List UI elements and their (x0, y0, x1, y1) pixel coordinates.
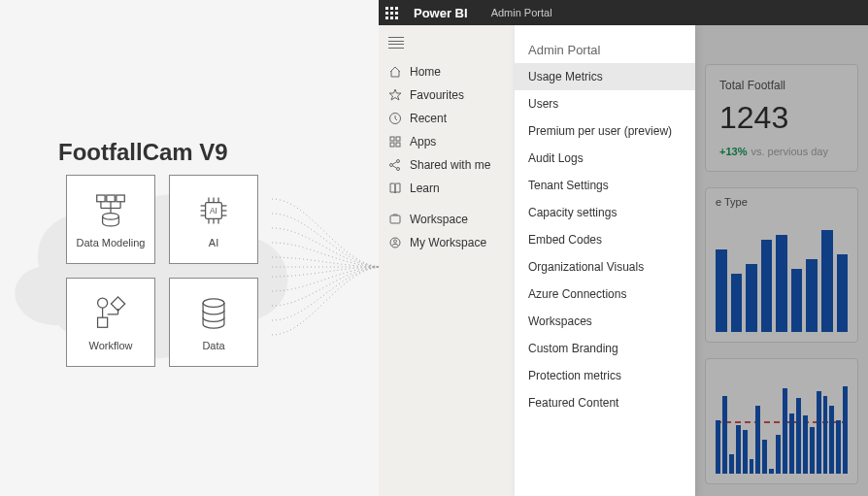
bar (762, 440, 767, 474)
bar (761, 240, 773, 332)
data-modeling-icon (90, 190, 131, 231)
bar (776, 235, 787, 332)
svg-text:AI: AI (210, 206, 217, 215)
svg-point-37 (397, 168, 400, 171)
product-title: FootfallCam V9 (58, 139, 228, 166)
card-value: 1243 (719, 100, 844, 136)
workflow-icon (90, 293, 131, 334)
sidebar-item-my-workspace[interactable]: My Workspace (379, 231, 515, 254)
admin-item[interactable]: Azure Connections (515, 281, 695, 308)
admin-item[interactable]: Embed Codes (515, 226, 695, 253)
svg-point-40 (394, 240, 397, 243)
bar (750, 459, 754, 474)
admin-item[interactable]: Premium per user (preview) (515, 117, 695, 145)
bar (776, 435, 781, 474)
percent-change: +13% (719, 146, 747, 157)
bar (829, 406, 834, 474)
bar (810, 427, 815, 474)
admin-item[interactable]: Usage Metrics (515, 63, 695, 90)
bar (746, 264, 757, 332)
sidebar-item-recent[interactable]: Recent (379, 107, 515, 130)
sidebar-item-favourites[interactable]: Favourites (379, 83, 515, 107)
clock-icon (388, 112, 402, 125)
bar (736, 425, 741, 474)
admin-item[interactable]: Custom Branding (515, 335, 695, 362)
tile-label: Data Modeling (77, 237, 146, 248)
sidebar: Home Favourites Recent Apps Shared with … (379, 25, 515, 496)
apps-icon (388, 135, 402, 149)
bar (769, 469, 774, 474)
bar (836, 420, 841, 474)
admin-item[interactable]: Protection metrics (515, 362, 695, 389)
brand-label: Power BI (414, 6, 468, 20)
bar (743, 430, 748, 474)
admin-item[interactable]: Capacity settings (515, 199, 695, 226)
svg-rect-32 (396, 137, 400, 141)
database-icon (193, 293, 234, 334)
svg-rect-0 (97, 195, 105, 202)
topbar: Power BI Admin Portal (379, 0, 868, 25)
sidebar-item-label: Recent (410, 112, 447, 125)
bar (796, 398, 801, 474)
sidebar-item-home[interactable]: Home (379, 60, 515, 83)
bar (783, 388, 787, 474)
admin-item[interactable]: Featured Content (515, 389, 695, 416)
tile-label: AI (209, 237, 218, 248)
sidebar-item-label: Learn (410, 182, 440, 195)
bar (837, 254, 849, 332)
svg-rect-24 (111, 297, 124, 311)
app-launcher[interactable] (379, 0, 404, 25)
bar (823, 396, 828, 474)
svg-point-29 (203, 299, 224, 307)
tile-data-modeling[interactable]: Data Modeling (66, 175, 155, 264)
tile-data[interactable]: Data (169, 278, 258, 367)
tile-ai[interactable]: AI AI (169, 175, 258, 264)
bar (789, 413, 794, 474)
bar (722, 396, 727, 474)
sidebar-item-learn[interactable]: Learn (379, 177, 515, 200)
sidebar-item-workspace[interactable]: Workspace (379, 208, 515, 231)
sidebar-item-label: Workspace (410, 213, 468, 226)
bar (716, 420, 720, 474)
svg-rect-34 (396, 143, 400, 147)
admin-portal-title: Admin Portal (515, 37, 695, 63)
svg-rect-38 (390, 215, 400, 223)
bar (755, 406, 760, 474)
admin-item[interactable]: Tenant Settings (515, 172, 695, 199)
menu-toggle[interactable] (379, 33, 515, 52)
my-workspace-icon (388, 236, 402, 249)
tile-workflow[interactable]: Workflow (66, 278, 155, 367)
breadcrumb: Admin Portal (491, 7, 552, 18)
sidebar-item-shared[interactable]: Shared with me (379, 153, 515, 177)
hamburger-icon (388, 37, 404, 49)
bar (716, 249, 727, 332)
svg-rect-2 (117, 195, 124, 202)
bar (806, 259, 818, 332)
svg-point-23 (98, 298, 108, 308)
svg-rect-31 (390, 137, 394, 141)
sidebar-item-apps[interactable]: Apps (379, 130, 515, 153)
admin-item[interactable]: Organizational Visuals (515, 253, 695, 281)
share-icon (388, 158, 402, 172)
card-title: Total Footfall (719, 79, 844, 92)
book-icon (388, 182, 402, 195)
waffle-icon (385, 7, 398, 19)
svg-rect-33 (390, 143, 394, 147)
admin-item[interactable]: Workspaces (515, 308, 695, 335)
dashboard-area: Total Footfall 1243 +13%vs. pervious day… (695, 25, 868, 496)
bar (803, 415, 808, 474)
tile-label: Workflow (88, 340, 132, 351)
admin-item[interactable]: Audit Logs (515, 145, 695, 172)
bar (791, 269, 803, 332)
sidebar-item-label: Home (410, 65, 441, 79)
bar-chart-1: e Type (705, 187, 858, 343)
svg-rect-28 (98, 317, 108, 327)
total-footfall-card: Total Footfall 1243 +13%vs. pervious day (705, 64, 858, 172)
sidebar-item-label: Favourites (410, 88, 464, 102)
bar (843, 386, 848, 474)
sidebar-item-label: Apps (410, 135, 436, 149)
connection-wires (272, 180, 384, 354)
ai-icon: AI (193, 190, 234, 231)
admin-item[interactable]: Users (515, 90, 695, 117)
bar-chart-2 (705, 358, 858, 484)
